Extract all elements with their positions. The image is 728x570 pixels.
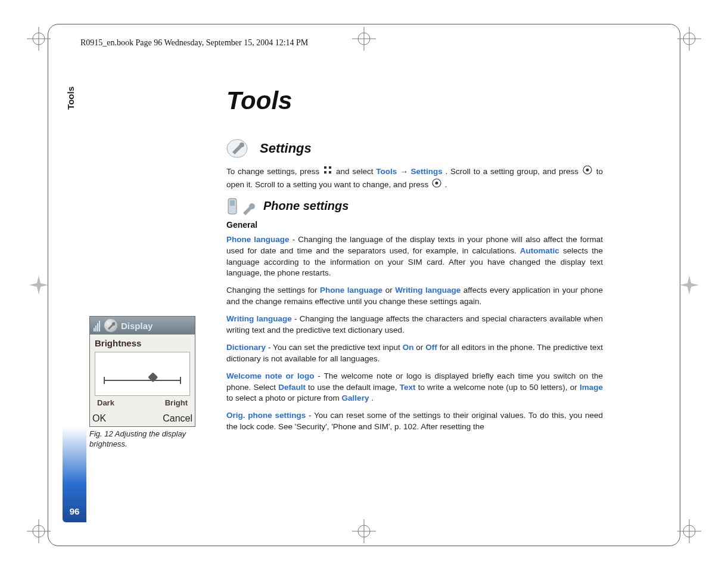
figure-brightness: Display Brightness Dark Bright OK Cancel… — [89, 316, 197, 450]
settings-heading: Settings — [260, 141, 312, 156]
svg-rect-32 — [97, 323, 98, 332]
paragraph-language-effect: Changing the settings for Phone language… — [226, 285, 603, 308]
side-tab-label: Tools — [66, 86, 76, 110]
phone-settings-heading-row: Phone settings — [226, 197, 603, 215]
page-number: 96 — [70, 506, 80, 516]
page-number-block: 96 — [63, 427, 86, 522]
crop-mark-icon — [27, 27, 51, 51]
phone-screen-title: Display — [121, 321, 153, 331]
crop-mark-icon — [677, 273, 701, 297]
svg-point-3 — [683, 33, 695, 45]
softkey-left[interactable]: OK — [92, 413, 106, 424]
crop-mark-icon — [27, 273, 51, 297]
link-dictionary: Dictionary — [226, 343, 266, 352]
menu-key-icon — [323, 166, 332, 178]
svg-point-19 — [239, 142, 244, 147]
svg-rect-31 — [95, 326, 97, 332]
main-content: Tools Settings To change settings, press… — [226, 86, 603, 439]
link-phone-language-2: Phone language — [320, 286, 382, 295]
link-writing-language: Writing language — [395, 286, 461, 295]
link-default: Default — [278, 383, 306, 392]
settings-intro-paragraph: To change settings, press and select Too… — [226, 165, 603, 191]
slider-label-right: Bright — [165, 398, 188, 407]
page-title: Tools — [226, 86, 603, 115]
softkey-right[interactable]: Cancel — [163, 413, 192, 424]
wrench-icon — [241, 201, 255, 215]
svg-rect-29 — [230, 200, 235, 206]
phone-settings-heading: Phone settings — [263, 199, 349, 213]
link-off: Off — [425, 343, 437, 352]
softkey-row: OK Cancel — [90, 412, 195, 426]
link-gallery: Gallery — [342, 394, 369, 402]
phone-settings-icons — [226, 197, 255, 215]
joystick-select-icon — [583, 165, 592, 178]
paragraph-dictionary: Dictionary - You can set the predictive … — [226, 342, 603, 365]
svg-rect-21 — [329, 166, 331, 169]
link-image: Image — [580, 383, 603, 392]
brightness-slider[interactable] — [95, 352, 190, 396]
phone-icon — [226, 197, 239, 215]
link-welcome-note: Welcome note or logo — [226, 371, 314, 380]
running-header: R0915_en.book Page 96 Wednesday, Septemb… — [80, 38, 308, 48]
svg-point-27 — [435, 181, 438, 184]
svg-point-9 — [683, 525, 695, 537]
settings-wrench-icon — [226, 138, 253, 159]
slider-tick-left — [104, 377, 105, 384]
link-automatic: Automatic — [520, 246, 559, 255]
crop-mark-icon — [27, 519, 51, 543]
paragraph-welcome-note: Welcome note or logo - The welcome note … — [226, 371, 603, 405]
figure-caption: Fig. 12 Adjusting the display brightness… — [89, 429, 197, 450]
svg-point-6 — [33, 525, 45, 537]
link-tools: Tools — [376, 167, 397, 176]
general-subheading: General — [226, 220, 603, 230]
slider-tick-right — [180, 377, 181, 384]
svg-rect-23 — [329, 171, 331, 174]
phone-topbar: Display — [90, 317, 195, 334]
phone-section-title: Brightness — [95, 338, 190, 348]
link-writing-language-2: Writing language — [226, 314, 292, 323]
phone-screen: Display Brightness Dark Bright OK Cancel — [89, 316, 195, 427]
signal-icon — [94, 320, 101, 332]
paragraph-orig-settings: Orig. phone settings - You can reset som… — [226, 410, 603, 433]
link-text: Text — [400, 383, 416, 392]
joystick-select-icon — [432, 178, 441, 191]
svg-rect-20 — [324, 166, 326, 169]
phone-body: Brightness Dark Bright — [90, 334, 195, 412]
slider-labels: Dark Bright — [95, 398, 190, 407]
wrench-circle-icon — [104, 319, 117, 332]
settings-heading-row: Settings — [226, 138, 603, 159]
link-on: On — [403, 343, 414, 352]
link-orig-phone-settings: Orig. phone settings — [226, 411, 306, 420]
link-phone-language: Phone language — [226, 235, 290, 244]
svg-rect-33 — [99, 321, 100, 332]
paragraph-writing-language: Writing language - Changing the language… — [226, 314, 603, 336]
paragraph-phone-language: Phone language - Changing the language o… — [226, 234, 603, 280]
link-settings: Settings — [410, 167, 442, 176]
svg-point-0 — [33, 33, 45, 45]
slider-label-left: Dark — [97, 398, 114, 407]
svg-point-25 — [586, 169, 589, 172]
svg-rect-22 — [324, 171, 326, 174]
crop-mark-icon — [677, 519, 701, 543]
slider-track — [104, 380, 181, 381]
crop-mark-icon — [677, 27, 701, 51]
svg-rect-30 — [94, 328, 95, 332]
